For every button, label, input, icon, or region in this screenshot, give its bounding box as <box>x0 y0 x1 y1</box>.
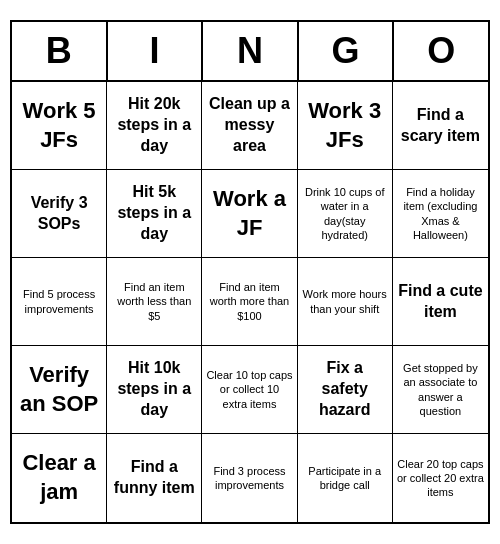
bingo-cell-11: Find an item worth less than $5 <box>107 258 202 346</box>
bingo-cell-6: Hit 5k steps in a day <box>107 170 202 258</box>
header-letter-G: G <box>299 22 395 80</box>
bingo-grid: Work 5 JFsHit 20k steps in a dayClean up… <box>12 82 488 522</box>
header-letter-N: N <box>203 22 299 80</box>
bingo-cell-9: Find a holiday item (excluding Xmas & Ha… <box>393 170 488 258</box>
bingo-cell-10: Find 5 process improvements <box>12 258 107 346</box>
header-letter-I: I <box>108 22 204 80</box>
bingo-cell-18: Fix a safety hazard <box>298 346 393 434</box>
bingo-cell-20: Clear a jam <box>12 434 107 522</box>
bingo-cell-1: Hit 20k steps in a day <box>107 82 202 170</box>
bingo-cell-14: Find a cute item <box>393 258 488 346</box>
bingo-cell-17: Clear 10 top caps or collect 10 extra it… <box>202 346 297 434</box>
bingo-cell-3: Work 3 JFs <box>298 82 393 170</box>
bingo-card: BINGO Work 5 JFsHit 20k steps in a dayCl… <box>10 20 490 524</box>
bingo-cell-21: Find a funny item <box>107 434 202 522</box>
bingo-cell-16: Hit 10k steps in a day <box>107 346 202 434</box>
bingo-cell-12: Find an item worth more than $100 <box>202 258 297 346</box>
header-letter-O: O <box>394 22 488 80</box>
bingo-cell-13: Work more hours than your shift <box>298 258 393 346</box>
bingo-header: BINGO <box>12 22 488 82</box>
bingo-cell-15: Verify an SOP <box>12 346 107 434</box>
bingo-cell-0: Work 5 JFs <box>12 82 107 170</box>
bingo-cell-2: Clean up a messy area <box>202 82 297 170</box>
bingo-cell-23: Participate in a bridge call <box>298 434 393 522</box>
bingo-cell-4: Find a scary item <box>393 82 488 170</box>
bingo-cell-7: Work a JF <box>202 170 297 258</box>
bingo-cell-22: Find 3 process improvements <box>202 434 297 522</box>
header-letter-B: B <box>12 22 108 80</box>
bingo-cell-19: Get stopped by an associate to answer a … <box>393 346 488 434</box>
bingo-cell-5: Verify 3 SOPs <box>12 170 107 258</box>
bingo-cell-24: Clear 20 top caps or collect 20 extra it… <box>393 434 488 522</box>
bingo-cell-8: Drink 10 cups of water in a day(stay hyd… <box>298 170 393 258</box>
